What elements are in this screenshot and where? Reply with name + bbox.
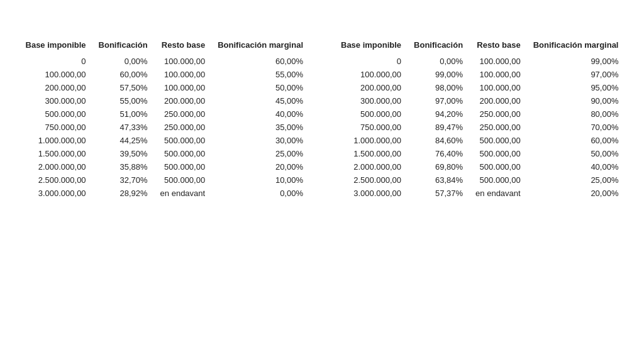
table-cell: 500.000,00 <box>335 107 408 121</box>
table-cell: 25,00% <box>211 147 309 160</box>
table-cell: 89,47% <box>408 121 469 134</box>
table-cell: 500.000,00 <box>469 134 527 147</box>
table-cell: 90,00% <box>527 94 625 107</box>
table-cell: 0,00% <box>92 55 154 68</box>
table-cell: 1.000.000,00 <box>19 134 92 147</box>
table-cell: 47,33% <box>92 121 154 134</box>
table-cell: 200.000,00 <box>335 81 408 94</box>
table-cell: 500.000,00 <box>154 134 212 147</box>
table-cell: 99,00% <box>408 68 469 81</box>
table-cell: 45,00% <box>211 94 309 107</box>
table-cell: 76,40% <box>408 147 469 160</box>
column-header: Base imponible <box>19 38 92 55</box>
table-row: 2.500.000,0032,70%500.000,0010,00% <box>19 173 309 187</box>
table-cell: 500.000,00 <box>469 160 527 173</box>
table-cell: 69,80% <box>408 160 469 173</box>
table-cell: 60,00% <box>92 68 154 81</box>
table-cell: 55,00% <box>211 68 309 81</box>
table-cell: 57,37% <box>408 187 469 200</box>
table-cell: 80,00% <box>527 107 625 121</box>
table-cell: 100.000,00 <box>469 81 527 94</box>
table-cell: 200.000,00 <box>469 94 527 107</box>
table-row: 3.000.000,0057,37%en endavant20,00% <box>335 187 625 200</box>
column-header: Resto base <box>469 38 527 55</box>
table-cell: 44,25% <box>92 134 154 147</box>
table-cell: 20,00% <box>527 187 625 200</box>
table-cell: 100.000,00 <box>154 81 212 94</box>
table-cell: 60,00% <box>211 55 309 68</box>
table-cell: 100.000,00 <box>335 68 408 81</box>
table-row: 200.000,0057,50%100.000,0050,00% <box>19 81 309 94</box>
table-cell: 250.000,00 <box>154 107 212 121</box>
table-left: Base imponibleBonificaciónResto baseBoni… <box>19 38 309 200</box>
column-header: Base imponible <box>335 38 408 55</box>
table-cell: 500.000,00 <box>469 173 527 187</box>
table-cell: 200.000,00 <box>19 81 92 94</box>
table-row: 1.500.000,0076,40%500.000,0050,00% <box>335 147 625 160</box>
table-cell: 250.000,00 <box>469 121 527 134</box>
table-row: 2.000.000,0069,80%500.000,0040,00% <box>335 160 625 173</box>
table-cell: 0 <box>335 55 408 68</box>
table-cell: 1.500.000,00 <box>19 147 92 160</box>
table-cell: 0,00% <box>408 55 469 68</box>
table-cell: 500.000,00 <box>154 160 212 173</box>
table-row: 300.000,0055,00%200.000,0045,00% <box>19 94 309 107</box>
table-row: 3.000.000,0028,92%en endavant0,00% <box>19 187 309 200</box>
table-row: 100.000,0099,00%100.000,0097,00% <box>335 68 625 81</box>
table-row: 00,00%100.000,0099,00% <box>335 55 625 68</box>
table-cell: 500.000,00 <box>19 107 92 121</box>
column-header: Bonificación <box>92 38 154 55</box>
table-row: 1.000.000,0084,60%500.000,0060,00% <box>335 134 625 147</box>
table-cell: 60,00% <box>527 134 625 147</box>
table-cell: 98,00% <box>408 81 469 94</box>
table-cell: 250.000,00 <box>469 107 527 121</box>
table-cell: 20,00% <box>211 160 309 173</box>
table-cell: 57,50% <box>92 81 154 94</box>
table-cell: 40,00% <box>211 107 309 121</box>
table-cell: 500.000,00 <box>154 173 212 187</box>
table-cell: 1.500.000,00 <box>335 147 408 160</box>
table-cell: 40,00% <box>527 160 625 173</box>
table-cell: 50,00% <box>211 81 309 94</box>
table-cell: 100.000,00 <box>469 68 527 81</box>
table-cell: 100.000,00 <box>469 55 527 68</box>
table-cell: 2.000.000,00 <box>335 160 408 173</box>
table-row: 1.000.000,0044,25%500.000,0030,00% <box>19 134 309 147</box>
table-cell: 30,00% <box>211 134 309 147</box>
table-row: 2.000.000,0035,88%500.000,0020,00% <box>19 160 309 173</box>
column-header: Bonificación <box>408 38 469 55</box>
table-row: 100.000,0060,00%100.000,0055,00% <box>19 68 309 81</box>
table-row: 500.000,0094,20%250.000,0080,00% <box>335 107 625 121</box>
table-cell: 95,00% <box>527 81 625 94</box>
table-cell: 84,60% <box>408 134 469 147</box>
table-row: 750.000,0089,47%250.000,0070,00% <box>335 121 625 134</box>
table-cell: 63,84% <box>408 173 469 187</box>
column-header: Bonificación marginal <box>527 38 625 55</box>
table-cell: en endavant <box>469 187 527 200</box>
table-cell: 39,50% <box>92 147 154 160</box>
table-row: 750.000,0047,33%250.000,0035,00% <box>19 121 309 134</box>
table-cell: 750.000,00 <box>335 121 408 134</box>
table-cell: 300.000,00 <box>335 94 408 107</box>
table-cell: 100.000,00 <box>19 68 92 81</box>
table-right: Base imponibleBonificaciónResto baseBoni… <box>335 38 625 200</box>
table-row: 00,00%100.000,0060,00% <box>19 55 309 68</box>
table-cell: 2.500.000,00 <box>19 173 92 187</box>
table-cell: 750.000,00 <box>19 121 92 134</box>
table-cell: 3.000.000,00 <box>19 187 92 200</box>
table-cell: 35,00% <box>211 121 309 134</box>
table-cell: 97,00% <box>408 94 469 107</box>
table-cell: 100.000,00 <box>154 68 212 81</box>
table-row: 500.000,0051,00%250.000,0040,00% <box>19 107 309 121</box>
table-cell: 0,00% <box>211 187 309 200</box>
column-header: Bonificación marginal <box>211 38 309 55</box>
table-cell: 97,00% <box>527 68 625 81</box>
table-cell: en endavant <box>154 187 212 200</box>
table-cell: 500.000,00 <box>469 147 527 160</box>
table-cell: 100.000,00 <box>154 55 212 68</box>
table-cell: 1.000.000,00 <box>335 134 408 147</box>
table-cell: 3.000.000,00 <box>335 187 408 200</box>
table-row: 200.000,0098,00%100.000,0095,00% <box>335 81 625 94</box>
table-cell: 250.000,00 <box>154 121 212 134</box>
tables-wrapper: Base imponibleBonificaciónResto baseBoni… <box>19 38 625 200</box>
